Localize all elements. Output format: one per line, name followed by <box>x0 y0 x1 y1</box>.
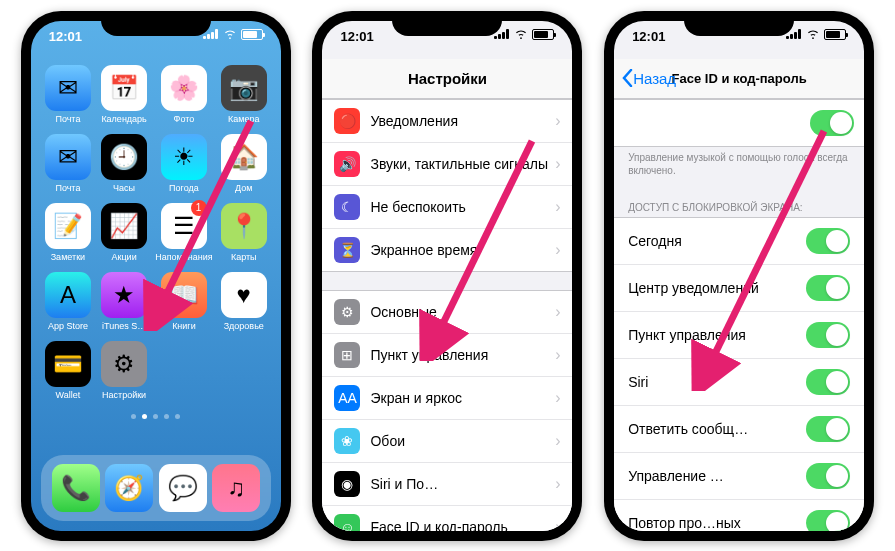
app-Погода[interactable]: ☀Погода <box>155 134 212 193</box>
toggle-row[interactable]: Повтор про…ных <box>614 500 864 531</box>
row-icon: AA <box>334 385 360 411</box>
app-icon: 📝 <box>45 203 91 249</box>
settings-row[interactable]: ☾Не беспокоить› <box>322 186 572 229</box>
app-iTunes S…[interactable]: ★iTunes S… <box>99 272 149 331</box>
app-Почта[interactable]: ✉Почта <box>43 65 93 124</box>
row-label: Уведомления <box>370 113 555 129</box>
app-label: Часы <box>113 183 135 193</box>
app-icon: 📷 <box>221 65 267 111</box>
toggle-row[interactable]: Пункт управления <box>614 312 864 359</box>
notch <box>684 11 794 36</box>
settings-row[interactable]: 🔊Звуки, тактильные сигналы› <box>322 143 572 186</box>
toggle[interactable] <box>810 110 854 136</box>
app-App Store[interactable]: AApp Store <box>43 272 93 331</box>
app-Книги[interactable]: 📖Книги <box>155 272 212 331</box>
notch <box>101 11 211 36</box>
row-icon: ☾ <box>334 194 360 220</box>
app-icon: 🕘 <box>101 134 147 180</box>
row-icon: ⏳ <box>334 237 360 263</box>
app-Камера[interactable]: 📷Камера <box>219 65 269 124</box>
chevron-left-icon <box>622 69 633 87</box>
wifi-icon <box>514 29 528 39</box>
chevron-right-icon: › <box>555 303 560 321</box>
settings-row[interactable]: AAЭкран и яркос› <box>322 377 572 420</box>
app-label: Настройки <box>102 390 146 400</box>
row-label: Обои <box>370 433 555 449</box>
chevron-right-icon: › <box>555 475 560 493</box>
toggle[interactable] <box>806 463 850 489</box>
app-Напоминания[interactable]: ☰Напоминания1 <box>155 203 212 262</box>
app-Календарь[interactable]: 📅Календарь <box>99 65 149 124</box>
app-icon: 📍 <box>221 203 267 249</box>
settings-row[interactable]: 🔴Уведомления› <box>322 100 572 143</box>
row-icon: ⚙ <box>334 299 360 325</box>
row-icon: ❀ <box>334 428 360 454</box>
status-time: 12:01 <box>632 29 665 44</box>
settings-row[interactable]: ❀Обои› <box>322 420 572 463</box>
toggle-label: Пункт управления <box>628 327 806 343</box>
toggle[interactable] <box>806 369 850 395</box>
toggle[interactable] <box>806 275 850 301</box>
row-label: Основные <box>370 304 555 320</box>
app-Часы[interactable]: 🕘Часы <box>99 134 149 193</box>
app-label: iTunes S… <box>102 321 146 331</box>
chevron-right-icon: › <box>555 346 560 364</box>
page-dots[interactable] <box>31 414 281 419</box>
toggle[interactable] <box>806 416 850 442</box>
app-Дом[interactable]: 🏠Дом <box>219 134 269 193</box>
toggle[interactable] <box>806 322 850 348</box>
settings-row[interactable]: ☺Face ID и код-пароль› <box>322 506 572 531</box>
notch <box>392 11 502 36</box>
dock-app[interactable]: 🧭 <box>105 464 153 512</box>
app-Здоровье[interactable]: ♥Здоровье <box>219 272 269 331</box>
app-label: Почта <box>55 114 80 124</box>
wifi-icon <box>806 29 820 39</box>
app-Почта[interactable]: ✉Почта <box>43 134 93 193</box>
faceid-list[interactable]: Управление музыкой с помощью голоса всег… <box>614 99 864 531</box>
chevron-right-icon: › <box>555 518 560 531</box>
toggle-row[interactable]: Сегодня <box>614 218 864 265</box>
toggle-label: Ответить сообщ… <box>628 421 806 437</box>
settings-row[interactable]: ⚙Основные› <box>322 291 572 334</box>
back-button[interactable]: Назад <box>622 69 676 87</box>
phone-home: 12:01 ✉Почта📅Календарь🌸Фото📷Камера✉Почта… <box>21 11 291 541</box>
app-icon: 📈 <box>101 203 147 249</box>
nav-title: Face ID и код-пароль <box>672 71 807 86</box>
chevron-right-icon: › <box>555 198 560 216</box>
app-Карты[interactable]: 📍Карты <box>219 203 269 262</box>
app-icon: A <box>45 272 91 318</box>
settings-row[interactable]: ◉Siri и По…› <box>322 463 572 506</box>
row-label: Не беспокоить <box>370 199 555 215</box>
row-icon: 🔊 <box>334 151 360 177</box>
app-Акции[interactable]: 📈Акции <box>99 203 149 262</box>
chevron-right-icon: › <box>555 112 560 130</box>
dock-app[interactable]: 💬 <box>159 464 207 512</box>
app-Заметки[interactable]: 📝Заметки <box>43 203 93 262</box>
app-label: Почта <box>55 183 80 193</box>
app-label: Акции <box>112 252 137 262</box>
dock-app[interactable]: ♫ <box>212 464 260 512</box>
toggle[interactable] <box>806 228 850 254</box>
app-icon: 📅 <box>101 65 147 111</box>
row-label: Экранное время <box>370 242 555 258</box>
dock: 📞🧭💬♫ <box>41 455 271 521</box>
app-label: Дом <box>235 183 252 193</box>
dock-app[interactable]: 📞 <box>52 464 100 512</box>
settings-list[interactable]: 🔴Уведомления›🔊Звуки, тактильные сигналы›… <box>322 99 572 531</box>
settings-row[interactable]: ⏳Экранное время› <box>322 229 572 271</box>
settings-screen: 12:01 Настройки 🔴Уведомления›🔊Звуки, так… <box>322 21 572 531</box>
toggle-row[interactable]: Управление … <box>614 453 864 500</box>
chevron-right-icon: › <box>555 432 560 450</box>
app-Настройки[interactable]: ⚙Настройки <box>99 341 149 400</box>
wifi-icon <box>223 29 237 39</box>
app-label: Календарь <box>101 114 146 124</box>
app-Wallet[interactable]: 💳Wallet <box>43 341 93 400</box>
chevron-right-icon: › <box>555 241 560 259</box>
status-time: 12:01 <box>49 29 82 44</box>
toggle-row[interactable]: Ответить сообщ… <box>614 406 864 453</box>
toggle[interactable] <box>806 510 850 531</box>
app-Фото[interactable]: 🌸Фото <box>155 65 212 124</box>
settings-row[interactable]: ⊞Пункт управления› <box>322 334 572 377</box>
toggle-row[interactable]: Центр уведомлений <box>614 265 864 312</box>
toggle-row[interactable]: Siri <box>614 359 864 406</box>
